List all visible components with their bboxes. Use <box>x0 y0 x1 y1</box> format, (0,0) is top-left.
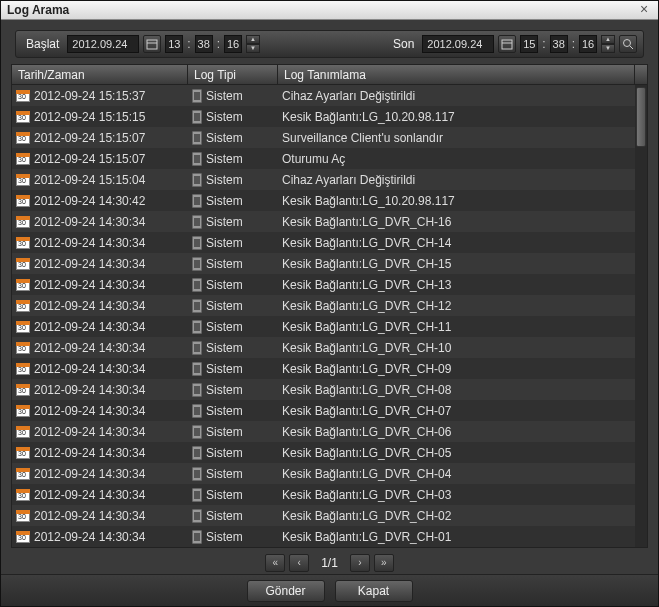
table-row[interactable]: 2012-09-24 15:15:07SistemSurveillance Cl… <box>12 127 647 148</box>
table-row[interactable]: 2012-09-24 15:15:37SistemCihaz Ayarları … <box>12 85 647 106</box>
table-row[interactable]: 2012-09-24 14:30:34SistemKesik Bağlantı:… <box>12 316 647 337</box>
cell-time: 2012-09-24 15:15:15 <box>34 110 145 124</box>
first-page-icon[interactable]: « <box>265 554 285 572</box>
date-icon <box>16 510 30 522</box>
table-row[interactable]: 2012-09-24 14:30:34SistemKesik Bağlantı:… <box>12 211 647 232</box>
date-icon <box>16 153 30 165</box>
search-icon[interactable] <box>619 35 637 53</box>
calendar-icon[interactable] <box>143 35 161 53</box>
cell-type: Sistem <box>206 173 243 187</box>
device-icon <box>192 320 202 334</box>
device-icon <box>192 110 202 124</box>
table-row[interactable]: 2012-09-24 14:30:42SistemKesik Bağlantı:… <box>12 190 647 211</box>
cell-desc: Kesik Bağlantı:LG_10.20.98.117 <box>278 110 635 124</box>
calendar-icon[interactable] <box>498 35 516 53</box>
next-page-icon[interactable]: › <box>350 554 370 572</box>
cell-type: Sistem <box>206 404 243 418</box>
cell-desc: Kesik Bağlantı:LG_DVR_CH-12 <box>278 299 635 313</box>
scrollbar-thumb[interactable] <box>636 87 646 147</box>
end-hour[interactable]: 15 <box>520 35 538 53</box>
cell-type: Sistem <box>206 299 243 313</box>
cell-desc: Kesik Bağlantı:LG_DVR_CH-13 <box>278 278 635 292</box>
last-page-icon[interactable]: » <box>374 554 394 572</box>
cell-type: Sistem <box>206 425 243 439</box>
cell-type: Sistem <box>206 278 243 292</box>
date-icon <box>16 531 30 543</box>
date-icon <box>16 447 30 459</box>
cell-type: Sistem <box>206 152 243 166</box>
svg-point-4 <box>624 40 631 47</box>
cell-desc: Kesik Bağlantı:LG_DVR_CH-05 <box>278 446 635 460</box>
end-time-spinner[interactable]: ▲▼ <box>601 35 615 53</box>
table-row[interactable]: 2012-09-24 14:30:34SistemKesik Bağlantı:… <box>12 526 647 547</box>
date-icon <box>16 237 30 249</box>
table-row[interactable]: 2012-09-24 15:15:07SistemOturumu Aç <box>12 148 647 169</box>
cell-desc: Oturumu Aç <box>278 152 635 166</box>
cell-type: Sistem <box>206 362 243 376</box>
table-row[interactable]: 2012-09-24 14:30:34SistemKesik Bağlantı:… <box>12 400 647 421</box>
date-icon <box>16 405 30 417</box>
svg-line-5 <box>630 46 633 49</box>
col-desc[interactable]: Log Tanımlama <box>278 65 635 84</box>
date-icon <box>16 300 30 312</box>
start-hour[interactable]: 13 <box>165 35 183 53</box>
date-icon <box>16 216 30 228</box>
table-row[interactable]: 2012-09-24 14:30:34SistemKesik Bağlantı:… <box>12 379 647 400</box>
date-icon <box>16 279 30 291</box>
device-icon <box>192 257 202 271</box>
table-row[interactable]: 2012-09-24 15:15:15SistemKesik Bağlantı:… <box>12 106 647 127</box>
search-bar: Başlat 13 : 38 : 16 ▲▼ Son 15 : 38 : 16 … <box>15 30 644 58</box>
table-row[interactable]: 2012-09-24 14:30:34SistemKesik Bağlantı:… <box>12 274 647 295</box>
date-icon <box>16 174 30 186</box>
table-row[interactable]: 2012-09-24 14:30:34SistemKesik Bağlantı:… <box>12 442 647 463</box>
start-date-input[interactable] <box>67 35 139 53</box>
svg-rect-0 <box>147 40 157 49</box>
table-row[interactable]: 2012-09-24 14:30:34SistemKesik Bağlantı:… <box>12 421 647 442</box>
table-row[interactable]: 2012-09-24 14:30:34SistemKesik Bağlantı:… <box>12 463 647 484</box>
table-row[interactable]: 2012-09-24 14:30:34SistemKesik Bağlantı:… <box>12 337 647 358</box>
close-icon[interactable]: × <box>636 2 652 18</box>
table-row[interactable]: 2012-09-24 15:15:04SistemCihaz Ayarları … <box>12 169 647 190</box>
table-header: Tarih/Zaman Log Tipi Log Tanımlama <box>12 65 647 85</box>
device-icon <box>192 404 202 418</box>
scrollbar[interactable] <box>635 85 647 547</box>
start-min[interactable]: 38 <box>195 35 213 53</box>
date-icon <box>16 132 30 144</box>
cell-desc: Kesik Bağlantı:LG_DVR_CH-06 <box>278 425 635 439</box>
cell-time: 2012-09-24 15:15:07 <box>34 131 145 145</box>
table-row[interactable]: 2012-09-24 14:30:34SistemKesik Bağlantı:… <box>12 253 647 274</box>
cell-desc: Kesik Bağlantı:LG_DVR_CH-03 <box>278 488 635 502</box>
cell-time: 2012-09-24 14:30:34 <box>34 509 145 523</box>
svg-rect-2 <box>502 40 512 49</box>
start-time-spinner[interactable]: ▲▼ <box>246 35 260 53</box>
table-row[interactable]: 2012-09-24 14:30:34SistemKesik Bağlantı:… <box>12 232 647 253</box>
table-row[interactable]: 2012-09-24 14:30:34SistemKesik Bağlantı:… <box>12 295 647 316</box>
end-date-input[interactable] <box>422 35 494 53</box>
cell-time: 2012-09-24 14:30:34 <box>34 530 145 544</box>
prev-page-icon[interactable]: ‹ <box>289 554 309 572</box>
start-sec[interactable]: 16 <box>224 35 242 53</box>
cell-desc: Kesik Bağlantı:LG_10.20.98.117 <box>278 194 635 208</box>
window-title: Log Arama <box>7 3 636 17</box>
end-sec[interactable]: 16 <box>579 35 597 53</box>
date-icon <box>16 258 30 270</box>
table-row[interactable]: 2012-09-24 14:30:34SistemKesik Bağlantı:… <box>12 358 647 379</box>
cell-time: 2012-09-24 14:30:34 <box>34 425 145 439</box>
log-search-window: Log Arama × Başlat 13 : 38 : 16 ▲▼ Son 1… <box>0 0 659 607</box>
cell-desc: Kesik Bağlantı:LG_DVR_CH-09 <box>278 362 635 376</box>
cell-type: Sistem <box>206 89 243 103</box>
submit-button[interactable]: Gönder <box>247 580 325 602</box>
device-icon <box>192 488 202 502</box>
col-type[interactable]: Log Tipi <box>188 65 278 84</box>
device-icon <box>192 89 202 103</box>
cell-type: Sistem <box>206 488 243 502</box>
cell-time: 2012-09-24 14:30:34 <box>34 383 145 397</box>
cell-desc: Kesik Bağlantı:LG_DVR_CH-16 <box>278 215 635 229</box>
table-row[interactable]: 2012-09-24 14:30:34SistemKesik Bağlantı:… <box>12 505 647 526</box>
log-table: Tarih/Zaman Log Tipi Log Tanımlama 2012-… <box>11 64 648 548</box>
table-row[interactable]: 2012-09-24 14:30:34SistemKesik Bağlantı:… <box>12 484 647 505</box>
end-min[interactable]: 38 <box>550 35 568 53</box>
content: Başlat 13 : 38 : 16 ▲▼ Son 15 : 38 : 16 … <box>1 20 658 574</box>
close-button[interactable]: Kapat <box>335 580 413 602</box>
col-time[interactable]: Tarih/Zaman <box>12 65 188 84</box>
